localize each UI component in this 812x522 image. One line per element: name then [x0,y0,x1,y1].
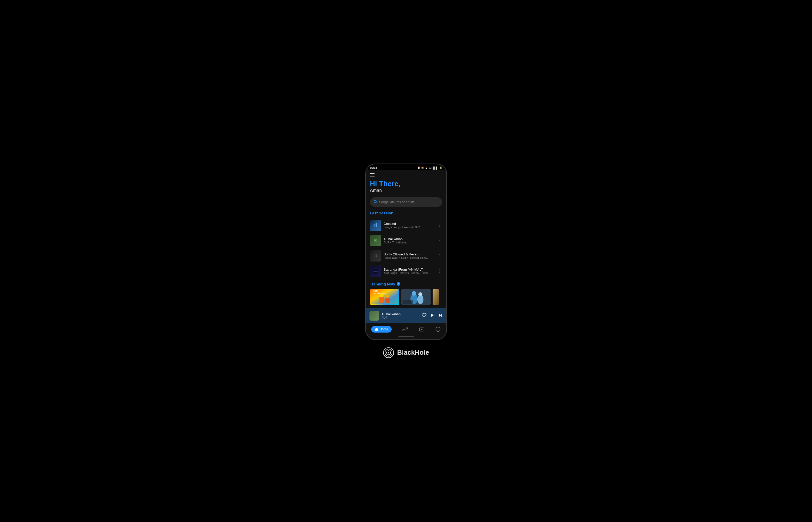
svg-rect-30 [441,314,442,317]
more-button-satranga[interactable]: ⋮ [436,268,442,275]
last-session-title: Last Session [370,211,394,215]
mini-player-controls [422,313,443,319]
song-meta-crossed: Song • brady • Crossed • 3:01 [384,226,434,229]
status-time: 16:03 [370,166,377,169]
app-content: Hi There, Aman Songs, albums or artists … [366,170,446,339]
greeting-hi: Hi There, [370,180,442,188]
svg-point-16 [379,296,384,303]
song-info-crossed: Crossed Song • brady • Crossed • 3:01 [384,222,434,229]
song-thumb-softly: 🎵 [370,250,381,262]
song-item-tu-hai-kahan[interactable]: Tu hai kahan AUR • Tu hai kahan ⋮ [368,233,444,248]
dnd-icon: 🔕 [421,166,424,169]
svg-point-24 [418,292,422,296]
branding: BlackHole [383,347,429,358]
network-icon: 5G [428,166,432,169]
svg-line-1 [376,202,377,203]
trending-item-2[interactable] [401,289,431,305]
song-title-tu: Tu hai kahan [384,237,434,241]
more-button-crossed[interactable]: ⋮ [436,222,442,229]
hamburger-menu[interactable] [370,174,442,177]
svg-point-17 [380,294,383,297]
nav-home-label: Home [380,327,388,331]
song-meta-tu: AUR • Tu hai kahan [384,241,434,244]
top-nav [366,170,446,178]
nav-youtube[interactable] [419,326,424,332]
blackhole-logo [383,347,394,358]
mini-player-artist: AUR [382,316,419,319]
like-button[interactable] [422,313,426,319]
last-session-header: Last Session [366,211,446,218]
song-info-satranga: Satranga (From "ANIMAL") Arijit Singh, S… [384,268,434,275]
trending-section: Trending Now ✓ [366,279,446,305]
mini-player[interactable]: Tu hai kahan AUR [366,308,446,323]
trending-title: Trending Now [370,282,395,286]
nav-home[interactable]: Home [371,326,392,333]
nav-library[interactable] [435,326,441,332]
header: Hi There, Aman [366,178,446,196]
status-bar: 16:03 ⏰ 🔕 ▲ 5G ▌▌▌ 🔋 [366,164,446,170]
svg-text:ANIMAL: ANIMAL [373,270,378,272]
svg-marker-29 [439,314,441,317]
song-meta-satranga: Arijit Singh, Shreyas Puranik, Siddh... [384,272,434,275]
nav-trending[interactable] [402,326,408,332]
bottom-nav: Home [366,323,446,335]
svg-text:AB TUMHARI BAARI: AB TUMHARI BAARI [373,293,386,294]
nav-home-button[interactable]: Home [371,326,392,333]
trending-header: Trending Now ✓ [366,282,446,289]
play-button[interactable] [430,313,435,319]
more-button-softly[interactable]: ⋮ [436,252,442,259]
page-wrapper: 16:03 ⏰ 🔕 ▲ 5G ▌▌▌ 🔋 Hi [360,154,452,368]
svg-point-22 [412,291,416,296]
song-item-satranga[interactable]: ANIMAL Satranga (From "ANIMAL") Arijit S… [368,264,444,279]
greeting-name: Aman [370,188,442,193]
song-title-crossed: Crossed [384,222,434,226]
svg-point-18 [385,297,390,303]
next-button[interactable] [438,313,443,319]
song-info-softly: Softly (Slowed & Reverb) Hindiblaster • … [384,252,434,259]
search-placeholder-text: Songs, albums or artists [379,200,414,204]
svg-point-7 [375,240,376,241]
song-meta-softly: Hindiblaster • Softly (Slowed & Rev... [384,256,434,259]
svg-point-0 [374,200,376,203]
song-title-softly: Softly (Slowed & Reverb) [384,252,434,256]
song-item-softly[interactable]: 🎵 Softly (Slowed & Reverb) Hindiblaster … [368,248,444,264]
svg-rect-4 [373,225,375,227]
song-thumb-tu [370,235,381,246]
svg-marker-28 [431,314,434,317]
trending-badge: ✓ [397,282,400,286]
svg-point-35 [388,352,389,354]
song-thumb-crossed [370,220,381,231]
song-thumb-satranga: ANIMAL [370,266,381,277]
song-item-crossed[interactable]: Crossed Song • brady • Crossed • 3:01 ⋮ [368,218,444,233]
svg-text:INDIA: INDIA [373,290,378,292]
search-bar[interactable]: Songs, albums or artists [370,197,442,207]
song-list: Crossed Song • brady • Crossed • 3:01 ⋮ [366,218,446,279]
mini-player-thumb [369,311,379,321]
svg-rect-25 [403,300,413,304]
mini-player-title: Tu hai kahan [382,312,419,316]
search-icon [373,200,377,204]
brand-name: BlackHole [397,348,429,357]
svg-text:🎵: 🎵 [374,254,377,257]
svg-rect-3 [375,223,377,227]
svg-rect-27 [433,289,439,305]
phone-frame: 16:03 ⏰ 🔕 ▲ 5G ▌▌▌ 🔋 Hi [365,164,447,340]
more-button-tu[interactable]: ⋮ [436,237,442,244]
trending-item-1[interactable]: INDIA AB TUMHARI BAARI [370,289,399,305]
wifi-icon: ▲ [425,166,427,169]
home-indicator [366,335,446,339]
home-bar [399,336,414,337]
svg-point-19 [386,295,389,298]
song-info-tu: Tu hai kahan AUR • Tu hai kahan [384,237,434,244]
mini-player-info: Tu hai kahan AUR [382,312,419,319]
trending-item-3[interactable] [433,289,439,305]
battery-icon: 🔋 [439,166,442,169]
trending-thumbnails: INDIA AB TUMHARI BAARI [366,289,446,305]
status-icons: ⏰ 🔕 ▲ 5G ▌▌▌ 🔋 [417,166,442,169]
signal-icon: ▌▌▌ [433,166,438,169]
song-title-satranga: Satranga (From "ANIMAL") [384,268,434,272]
alarm-icon: ⏰ [417,166,420,169]
